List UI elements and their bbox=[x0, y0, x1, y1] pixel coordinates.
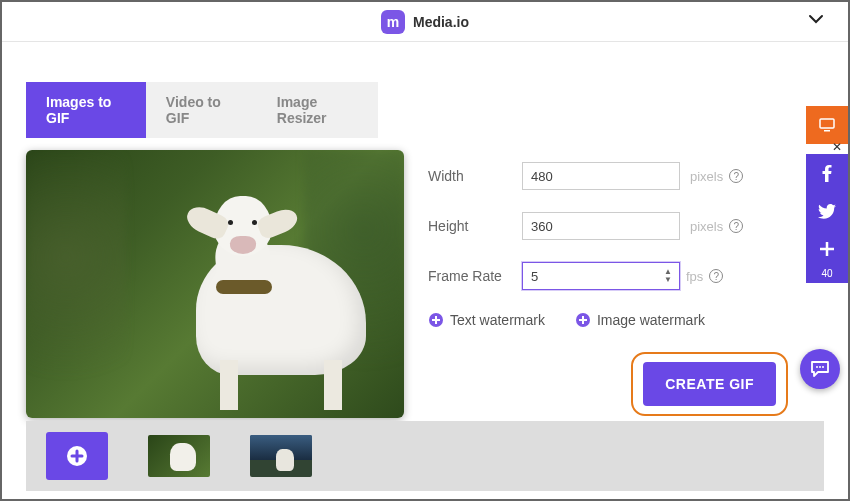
share-rail: 40 bbox=[806, 106, 848, 283]
add-image-button[interactable] bbox=[46, 432, 108, 480]
help-icon[interactable]: ? bbox=[709, 269, 723, 283]
width-label: Width bbox=[428, 168, 522, 184]
facebook-icon[interactable] bbox=[806, 154, 848, 192]
chat-fab[interactable] bbox=[800, 349, 840, 389]
thumbnail-1[interactable] bbox=[148, 435, 210, 477]
tab-image-resizer[interactable]: Image Resizer bbox=[257, 82, 378, 138]
thumbnail-strip bbox=[26, 421, 824, 491]
plus-circle-icon bbox=[575, 312, 591, 328]
brand-logo[interactable]: m Media.io bbox=[381, 10, 469, 34]
twitter-icon[interactable] bbox=[806, 192, 848, 230]
add-text-watermark[interactable]: Text watermark bbox=[428, 312, 545, 328]
frame-rate-label: Frame Rate bbox=[428, 268, 522, 284]
app-header: m Media.io bbox=[2, 2, 848, 42]
close-icon[interactable]: ✕ bbox=[832, 140, 842, 154]
thumbnail-2[interactable] bbox=[250, 435, 312, 477]
brand-name: Media.io bbox=[413, 14, 469, 30]
width-unit: pixels bbox=[690, 169, 723, 184]
cta-highlight: CREATE GIF bbox=[631, 352, 788, 416]
tab-video-to-gif[interactable]: Video to GIF bbox=[146, 82, 257, 138]
svg-rect-3 bbox=[820, 119, 834, 128]
svg-point-5 bbox=[816, 366, 818, 368]
help-icon[interactable]: ? bbox=[729, 219, 743, 233]
width-input[interactable] bbox=[522, 162, 680, 190]
share-count: 40 bbox=[806, 268, 848, 283]
chevron-down-icon[interactable] bbox=[808, 14, 824, 24]
plus-icon[interactable] bbox=[806, 230, 848, 268]
tab-images-to-gif[interactable]: Images to GIF bbox=[26, 82, 146, 138]
frame-rate-unit: fps bbox=[686, 269, 703, 284]
help-icon[interactable]: ? bbox=[729, 169, 743, 183]
image-watermark-label: Image watermark bbox=[597, 312, 705, 328]
height-input[interactable] bbox=[522, 212, 680, 240]
plus-circle-icon bbox=[428, 312, 444, 328]
screen-icon[interactable] bbox=[806, 106, 848, 144]
settings-form: Width pixels ? Height pixels ? Frame Rat… bbox=[428, 150, 828, 418]
create-gif-button[interactable]: CREATE GIF bbox=[643, 362, 776, 406]
height-unit: pixels bbox=[690, 219, 723, 234]
logo-icon: m bbox=[381, 10, 405, 34]
frame-rate-input[interactable] bbox=[522, 262, 680, 290]
height-label: Height bbox=[428, 218, 522, 234]
svg-point-7 bbox=[822, 366, 824, 368]
add-image-watermark[interactable]: Image watermark bbox=[575, 312, 705, 328]
image-preview bbox=[26, 150, 404, 418]
text-watermark-label: Text watermark bbox=[450, 312, 545, 328]
svg-point-6 bbox=[819, 366, 821, 368]
svg-rect-4 bbox=[824, 130, 830, 132]
tabs: Images to GIF Video to GIF Image Resizer bbox=[26, 82, 378, 138]
